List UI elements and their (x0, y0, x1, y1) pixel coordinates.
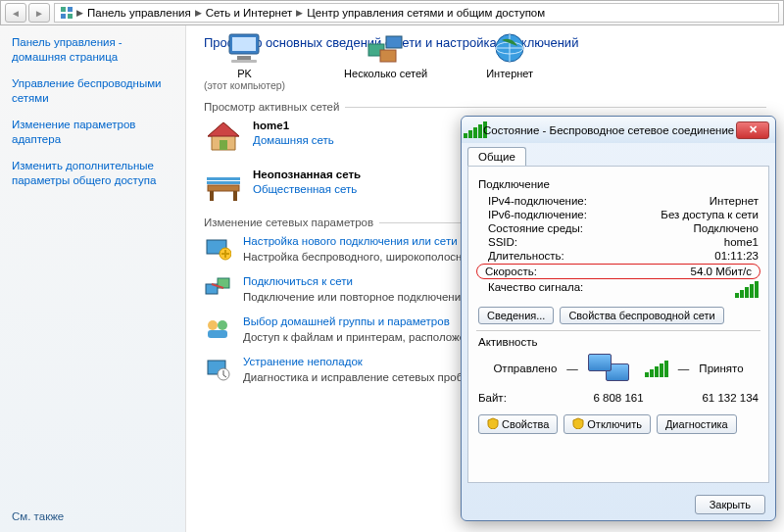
duration-label: Длительность: (488, 250, 564, 262)
svg-rect-17 (210, 191, 214, 201)
svg-marker-14 (208, 122, 239, 136)
activity-section-label: Активность (478, 336, 759, 348)
nav-back-button[interactable]: ◄ (5, 3, 26, 23)
speed-label: Скорость: (485, 266, 537, 277)
ipv6-label: IPv6-подключение: (488, 209, 587, 220)
properties-button[interactable]: Свойства (478, 414, 558, 434)
internet-icon (488, 30, 531, 66)
svg-point-26 (218, 320, 227, 330)
signal-quality-label: Качество сигнала: (488, 281, 583, 300)
media-state-label: Состояние среды: (488, 222, 583, 234)
details-button[interactable]: Сведения... (478, 307, 554, 324)
public-network-icon (204, 168, 243, 205)
signal-icon (467, 122, 483, 138)
speed-row: Скорость: 54.0 Мбит/с (476, 264, 760, 279)
svg-rect-16 (208, 185, 239, 191)
recv-label: Принято (699, 363, 743, 374)
breadcrumb-item[interactable]: Сеть и Интернет (204, 7, 295, 19)
map-pc-name: PK (204, 68, 285, 79)
chevron-right-icon: ▶ (195, 8, 202, 18)
network-title: home1 (253, 119, 334, 133)
multi-networks-icon (365, 30, 408, 66)
dash-icon: — (566, 363, 578, 374)
svg-rect-0 (61, 7, 66, 12)
svg-rect-7 (231, 60, 257, 63)
chevron-right-icon: ▶ (76, 8, 83, 18)
svg-rect-5 (232, 37, 256, 51)
svg-rect-1 (68, 7, 73, 12)
ssid-value: home1 (724, 236, 759, 248)
signal-bars-icon (735, 281, 759, 300)
wireless-properties-button[interactable]: Свойства беспроводной сети (560, 307, 723, 324)
shield-icon (487, 417, 499, 431)
address-bar[interactable]: ▶ Панель управления ▶ Сеть и Интернет ▶ … (54, 3, 779, 23)
troubleshoot-icon (204, 355, 233, 384)
breadcrumb-item[interactable]: Панель управления (85, 7, 193, 19)
sidebar-link-sharing[interactable]: Изменить дополнительные параметры общего… (12, 159, 173, 188)
ssid-label: SSID: (488, 236, 517, 248)
homegroup-icon (204, 314, 233, 344)
close-button[interactable]: ✕ (736, 121, 769, 139)
computer-icon (223, 30, 267, 66)
svg-rect-20 (207, 177, 240, 180)
sidebar-see-also: См. также (12, 510, 173, 522)
network-type-link[interactable]: Домашняя сеть (253, 134, 334, 146)
map-pc-sub: (этот компьютер) (204, 79, 285, 91)
chevron-right-icon: ▶ (296, 8, 303, 18)
svg-rect-19 (207, 181, 240, 184)
speed-value: 54.0 Мбит/с (691, 266, 752, 277)
diagnose-button[interactable]: Диагностика (657, 414, 737, 434)
bytes-sent-value: 6 808 161 (572, 392, 664, 404)
network-type-link[interactable]: Общественная сеть (253, 183, 357, 195)
sent-label: Отправлено (493, 363, 557, 374)
tab-general[interactable]: Общие (467, 147, 526, 166)
connection-section-label: Подключение (478, 178, 759, 190)
dialog-titlebar[interactable]: Состояние - Беспроводное сетевое соедине… (462, 117, 775, 143)
svg-rect-10 (380, 50, 396, 62)
ipv4-label: IPv4-подключение: (488, 195, 587, 207)
new-connection-icon (204, 234, 233, 264)
activity-monitors-icon (588, 354, 631, 383)
svg-rect-15 (220, 140, 227, 150)
close-dialog-button[interactable]: Закрыть (695, 495, 765, 514)
svg-rect-6 (237, 56, 251, 60)
svg-rect-3 (68, 14, 73, 19)
ipv6-value: Без доступа к сети (661, 209, 759, 220)
sidebar-link-wireless[interactable]: Управление беспроводными сетями (12, 76, 173, 106)
bytes-recv-value: 61 132 134 (666, 392, 759, 404)
status-dialog: Состояние - Беспроводное сетевое соедине… (461, 116, 776, 521)
dialog-title: Состояние - Беспроводное сетевое соедине… (483, 124, 736, 136)
svg-rect-9 (386, 36, 402, 48)
svg-rect-18 (233, 191, 237, 201)
bytes-label: Байт: (478, 392, 570, 404)
map-multi-name: Несколько сетей (344, 68, 427, 79)
svg-rect-2 (61, 14, 66, 19)
disable-button[interactable]: Отключить (564, 414, 651, 434)
breadcrumb: ◄ ► ▶ Панель управления ▶ Сеть и Интерне… (0, 0, 784, 25)
sidebar: Панель управления - домашняя страница Уп… (0, 25, 186, 532)
home-network-icon (204, 119, 243, 156)
breadcrumb-item[interactable]: Центр управления сетями и общим доступом (305, 7, 547, 19)
network-center-icon (59, 5, 74, 21)
ipv4-value: Интернет (710, 195, 759, 207)
nav-fwd-button[interactable]: ► (28, 3, 50, 23)
activity-signal-icon (645, 361, 668, 377)
svg-point-25 (208, 320, 218, 330)
media-state-value: Подключено (694, 222, 760, 234)
shield-icon (572, 417, 584, 431)
sidebar-home-link[interactable]: Панель управления - домашняя страница (12, 35, 173, 65)
network-title: Неопознанная сеть (253, 168, 361, 182)
sidebar-link-adapter[interactable]: Изменение параметров адаптера (12, 118, 173, 147)
connect-icon (204, 274, 233, 304)
svg-rect-27 (208, 330, 227, 338)
active-networks-label: Просмотр активных сетей (204, 101, 766, 113)
duration-value: 01:11:23 (714, 250, 759, 262)
map-internet-name: Интернет (486, 68, 533, 79)
dash-icon: — (678, 363, 690, 374)
